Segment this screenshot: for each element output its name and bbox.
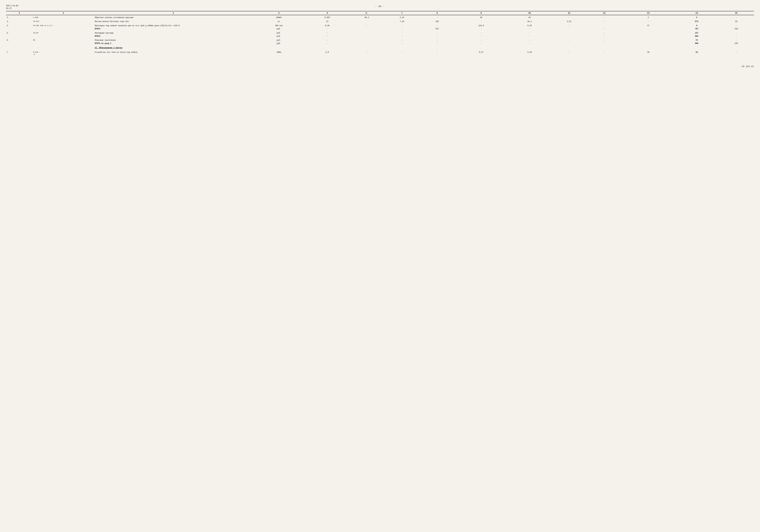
row-c12: -: [587, 19, 622, 23]
itogo-c9: -: [455, 35, 508, 38]
row-c13: 48: [622, 50, 675, 56]
itogo-c14: 894: [675, 35, 719, 38]
row-unit: руб.: [253, 31, 305, 35]
row-c6: -: [349, 50, 384, 56]
row-c14: I3: [675, 50, 719, 56]
col-header-11: II: [551, 11, 587, 15]
itogo-c8: -: [420, 42, 455, 45]
doc-ref-line1: КСО-1-43.85: [6, 5, 18, 7]
row-c10: -: [507, 31, 551, 35]
row-c12: -: [587, 50, 622, 56]
row-c14: 4: [675, 23, 719, 27]
row-c15: -: [719, 31, 754, 35]
itogo-c8: -: [420, 35, 455, 38]
itogo-c10: -: [507, 42, 551, 45]
table-row: ИТОГО руб. - - 357 - - - 767 2IO: [6, 27, 754, 31]
col-header-15: I5: [719, 11, 754, 15]
row-c10: 9,29: [507, 23, 551, 27]
row-num: 7.: [6, 50, 32, 56]
row-unit: 100 кан: [253, 23, 305, 27]
row-c10: 46: [507, 15, 551, 19]
table-row: 3. 34-5II Монтаж железо-бетонных коро-бо…: [6, 19, 754, 23]
table-row: 6. 8% Плановые накопления руб. - - - - -…: [6, 38, 754, 42]
row-desc: Накладные расходы: [94, 31, 252, 35]
row-desc: Устройство пос-тели из песка под кабель: [94, 50, 252, 56]
row-c13: -: [622, 19, 675, 23]
itogo-unit: руб.: [253, 27, 305, 31]
row-c8: -: [420, 23, 455, 27]
row-c9: 124,9: [455, 23, 508, 27]
table-row: II. Оборудование и монтаж: [6, 45, 754, 50]
itogo-c5: -: [305, 27, 349, 31]
col-header-8: 8: [420, 11, 455, 15]
itogo-code: [32, 42, 94, 45]
itogo-c11: [551, 35, 587, 38]
itogo-c14: 966: [675, 42, 719, 45]
row-desc: Прокладка под-земной канализа-ции из а/ц…: [94, 23, 252, 27]
row-c7: -: [384, 50, 420, 56]
itogo-c6: [349, 42, 384, 45]
row-c15: -: [719, 50, 754, 56]
itogo-label: ИТОГО: [94, 27, 252, 31]
col-header-12: I2: [587, 11, 622, 15]
itogo-c14: 767: [675, 27, 719, 31]
row-c15: 59: [719, 19, 754, 23]
itogo-c11: [551, 42, 587, 45]
row-c11: -: [551, 15, 587, 19]
row-c7: 5,16: [384, 15, 420, 19]
row-c6: 99,3: [349, 15, 384, 19]
row-c7: 7,84: [384, 19, 420, 23]
itogo-c9: -: [455, 27, 508, 31]
itogo-c10: -: [507, 27, 551, 31]
col-header-7: 7: [384, 11, 420, 15]
column-headers: I 2 3 4 5 6. 7 8 9 IO II I2 I3 I4 I5: [6, 11, 754, 15]
row-c14: 573: [675, 19, 719, 23]
table-row: 4. 34-501 ССЦ ч1 п.2-2 Прокладка под-зем…: [6, 23, 754, 27]
itogo-c10: -: [507, 35, 551, 38]
table-row: ИТОГО по разд.I руб. - - - - - - 966 2IO: [6, 42, 754, 45]
page-header: КСО-1-43.85 Лл.II - 46 -: [6, 5, 754, 10]
row-c12: -: [587, 38, 622, 42]
section-num: [6, 45, 32, 50]
document-footer: 20 262-02: [6, 66, 754, 67]
row-desc: Плановые накопления: [94, 38, 252, 42]
itogo-num: [6, 27, 32, 31]
itogo-c7: -: [384, 42, 420, 45]
row-c12: -: [587, 31, 622, 35]
main-table: I 2 3 4 5 6. 7 8 9 IO II I2 I3 I4 I5 2. …: [6, 11, 754, 56]
itogo-label: ИТОГО: [94, 35, 252, 38]
itogo-c5: -: [305, 35, 349, 38]
row-c6: [349, 31, 384, 35]
row-c5: 0,38: [305, 23, 349, 27]
row-c6: [349, 38, 384, 42]
row-code: 8-I42--I: [32, 50, 94, 56]
doc-number: 20 262-02: [742, 66, 754, 67]
row-c15: -: [719, 38, 754, 42]
row-c13: 2: [622, 15, 675, 19]
row-c9: -: [455, 31, 508, 35]
row-c5: -: [305, 38, 349, 42]
row-code: 34-501 ССЦ ч1 п.2-2: [32, 23, 94, 27]
row-c14: 2: [675, 15, 719, 19]
section-title: II. Оборудование и монтаж: [94, 45, 754, 50]
table-row: 5. 16,5% Накладные расходы руб. - - - - …: [6, 31, 754, 35]
itogo-unit: руб.: [253, 35, 305, 38]
row-c13: [622, 38, 675, 42]
col-header-1: I: [6, 11, 32, 15]
itogo-c12: -: [587, 27, 622, 31]
row-unit: руб.: [253, 38, 305, 42]
row-c10: 44,1: [507, 19, 551, 23]
row-c7: -: [384, 31, 420, 35]
page-number: - 46 -: [18, 5, 741, 8]
row-unit: 100м: [253, 50, 305, 56]
row-c5: I3: [305, 19, 349, 23]
col-header-13: I3: [622, 11, 675, 15]
row-c15: -: [719, 23, 754, 27]
row-c11: -: [551, 38, 587, 42]
row-c14: 72: [675, 38, 719, 42]
col-header-2: 2: [32, 11, 94, 15]
row-c13: 47: [622, 23, 675, 27]
itogo-c7: -: [384, 35, 420, 38]
row-c8: 102: [420, 19, 455, 23]
row-c5: 0,052: [305, 15, 349, 19]
